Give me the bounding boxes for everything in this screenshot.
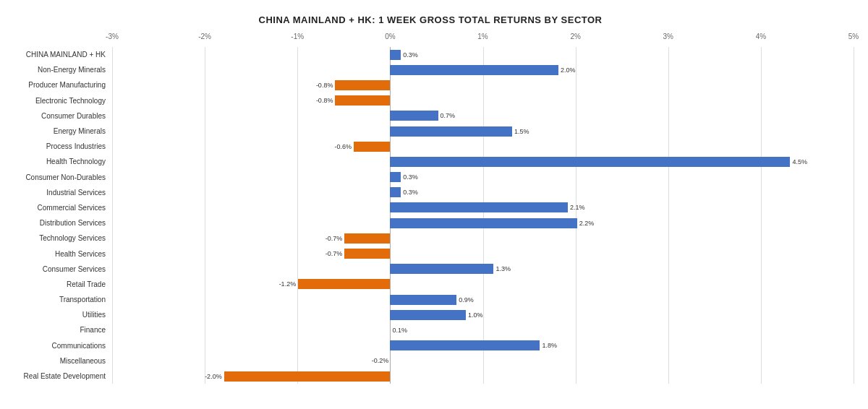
bar-row: Energy Minerals1.5% <box>112 124 854 139</box>
bar-row: Consumer Services1.3% <box>112 262 854 277</box>
bars-grid: CHINA MAINLAND + HK0.3%Non-Energy Minera… <box>112 47 854 384</box>
bar-row: Transportation0.9% <box>112 292 854 307</box>
bar-wrapper: 1.8% <box>390 340 557 350</box>
bar-wrapper: -0.7% <box>326 249 391 259</box>
bar-value-label: 0.3% <box>403 189 418 196</box>
negative-bar <box>335 80 390 90</box>
bar-label: Distribution Services <box>7 219 109 227</box>
bar-wrapper: -0.8% <box>316 95 391 106</box>
bar-wrapper: -1.2% <box>279 279 391 289</box>
bar-row: Health Technology4.5% <box>112 154 854 169</box>
bar-value-label: -0.7% <box>326 250 343 257</box>
bar-row: Retail Trade-1.2% <box>112 277 854 292</box>
bar-label: Transportation <box>7 296 109 303</box>
bar-label: CHINA MAINLAND + HK <box>7 51 109 59</box>
bar-wrapper: 2.0% <box>390 65 575 75</box>
negative-bar <box>335 95 390 106</box>
bar-wrapper: 0.1% <box>390 325 399 335</box>
positive-bar <box>390 65 558 75</box>
negative-bar <box>224 371 391 382</box>
negative-bar <box>344 233 390 244</box>
positive-bar <box>390 202 568 212</box>
bar-row: Electronic Technology-0.8% <box>112 93 854 108</box>
chart-container: CHINA MAINLAND + HK: 1 WEEK GROSS TOTAL … <box>0 0 868 409</box>
x-tick-label: 5% <box>848 33 859 40</box>
bar-value-label: -0.8% <box>316 82 333 89</box>
bar-wrapper: -0.7% <box>326 233 391 244</box>
bar-label: Consumer Services <box>7 265 109 273</box>
positive-bar <box>390 218 576 228</box>
bar-label: Health Services <box>7 250 109 258</box>
bar-label: Real Estate Development <box>7 372 109 380</box>
x-tick-label: -3% <box>106 33 119 40</box>
bar-label: Communications <box>7 342 109 350</box>
positive-bar <box>390 157 790 167</box>
positive-bar <box>390 172 401 182</box>
positive-bar <box>390 187 401 197</box>
bar-value-label: 4.5% <box>792 158 807 165</box>
bar-label: Finance <box>7 326 109 334</box>
bar-row: Consumer Non-Durables0.3% <box>112 170 854 185</box>
bar-wrapper: 0.3% <box>390 50 417 60</box>
bar-value-label: 1.0% <box>468 311 483 319</box>
positive-bar <box>390 111 438 121</box>
x-tick-label: 0% <box>385 33 395 40</box>
bar-wrapper: 2.2% <box>390 218 594 228</box>
x-tick-label: -1% <box>291 33 304 40</box>
bar-wrapper: 1.5% <box>390 126 529 137</box>
bar-row: Miscellaneous-0.2% <box>112 353 854 369</box>
bar-value-label: 0.3% <box>403 51 418 59</box>
bar-row: Finance0.1% <box>112 322 854 337</box>
bar-row: Distribution Services2.2% <box>112 215 854 231</box>
bar-wrapper: 1.3% <box>390 264 511 274</box>
positive-bar <box>390 126 512 137</box>
positive-bar <box>390 50 401 60</box>
x-tick-label: 4% <box>756 33 766 40</box>
bar-value-label: 0.9% <box>459 296 474 303</box>
bar-value-label: -0.7% <box>326 235 343 242</box>
bar-wrapper: 2.1% <box>390 202 584 212</box>
bar-label: Consumer Durables <box>7 112 109 120</box>
x-tick-label: 3% <box>663 33 673 40</box>
negative-bar <box>354 142 390 152</box>
bar-label: Utilities <box>7 311 109 319</box>
bar-wrapper: 0.3% <box>390 187 417 197</box>
x-tick-label: 2% <box>570 33 580 40</box>
bar-value-label: 2.2% <box>579 220 595 227</box>
bar-value-label: 0.7% <box>441 112 456 119</box>
bar-row: Industrial Services0.3% <box>112 185 854 200</box>
bar-value-label: 1.8% <box>542 342 557 349</box>
bar-label: Retail Trade <box>7 280 109 288</box>
grid-line <box>854 47 854 384</box>
bar-label: Consumer Non-Durables <box>7 173 109 181</box>
bar-value-label: -2.0% <box>205 373 222 380</box>
bar-label: Health Technology <box>7 158 109 165</box>
bar-value-label: -1.2% <box>279 280 297 288</box>
bar-row: Process Industries-0.6% <box>112 139 854 154</box>
bar-value-label: -0.8% <box>316 97 333 104</box>
bar-label: Process Industries <box>7 142 109 150</box>
bar-wrapper: -0.2% <box>372 356 391 366</box>
x-tick-label: 1% <box>477 33 488 40</box>
bar-wrapper: -2.0% <box>205 371 390 382</box>
bar-value-label: 2.1% <box>570 204 585 211</box>
bar-label: Industrial Services <box>7 189 109 197</box>
bar-wrapper: -0.6% <box>335 142 391 152</box>
bar-value-label: 1.5% <box>514 128 529 135</box>
chart-title: CHINA MAINLAND + HK: 1 WEEK GROSS TOTAL … <box>7 14 854 25</box>
bar-wrapper: -0.8% <box>316 80 391 90</box>
bar-value-label: 0.1% <box>392 327 407 334</box>
x-tick-label: -2% <box>198 33 211 40</box>
bar-row: Non-Energy Minerals2.0% <box>112 62 854 77</box>
bar-wrapper: 0.9% <box>390 295 473 305</box>
bar-row: Producer Manufacturing-0.8% <box>112 77 854 92</box>
positive-bar <box>390 295 456 305</box>
bar-row: CHINA MAINLAND + HK0.3% <box>112 47 854 62</box>
bar-row: Utilities1.0% <box>112 307 854 322</box>
bar-label: Miscellaneous <box>7 357 109 365</box>
bar-label: Technology Services <box>7 234 109 242</box>
bar-wrapper: 1.0% <box>390 310 482 320</box>
chart-area: -3%-2%-1%0%1%2%3%4%5% CHINA MAINLAND + H… <box>7 33 854 384</box>
x-axis-row: -3%-2%-1%0%1%2%3%4%5% <box>112 33 854 46</box>
bar-label: Non-Energy Minerals <box>7 66 109 74</box>
